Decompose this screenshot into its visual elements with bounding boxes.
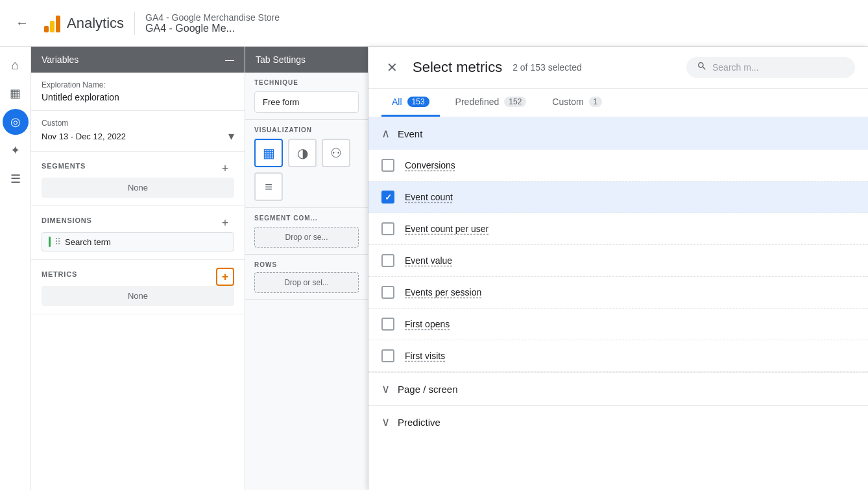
back-button[interactable]: ← bbox=[10, 12, 34, 35]
metric-row-first-opens[interactable]: First opens bbox=[368, 309, 868, 340]
overlay-header: ✕ Select metrics 2 of 153 selected bbox=[368, 47, 868, 89]
segments-label: SEGMENTS bbox=[42, 162, 86, 170]
event-count-checkbox[interactable]: ✓ bbox=[381, 191, 394, 204]
collapse-icon[interactable]: — bbox=[225, 54, 234, 65]
logo-icon bbox=[44, 14, 60, 32]
first-opens-checkbox[interactable] bbox=[381, 318, 394, 331]
left-sidebar: ⌂ ▦ ◎ ✦ ☰ bbox=[0, 47, 31, 490]
tab-settings-panel: Tab Settings TECHNIQUE Free form VISUALI… bbox=[245, 47, 368, 490]
app-header: ← Analytics GA4 - Google Merchandise Sto… bbox=[0, 0, 868, 47]
category-predictive-name: Predictive bbox=[398, 417, 440, 428]
tab-custom[interactable]: Custom 1 bbox=[542, 89, 612, 117]
metric-row-conversions[interactable]: Conversions bbox=[368, 150, 868, 181]
page-screen-chevron-down-icon: ∨ bbox=[381, 382, 390, 396]
variables-title: Variables bbox=[42, 54, 78, 65]
segments-value: None bbox=[42, 178, 234, 198]
events-per-session-checkbox[interactable] bbox=[381, 286, 394, 299]
table-vis-button[interactable]: ▦ bbox=[254, 139, 283, 167]
conversions-checkbox[interactable] bbox=[381, 159, 394, 172]
segment-comparison-section: SEGMENT COM... Drop or se... bbox=[245, 208, 368, 255]
donut-vis-button[interactable]: ◑ bbox=[288, 139, 317, 167]
metrics-value: None bbox=[42, 286, 234, 306]
tab-all-badge: 153 bbox=[407, 97, 429, 107]
main-content: Variables — Exploration Name: Untitled e… bbox=[31, 47, 868, 490]
tab-settings-title: Tab Settings bbox=[256, 54, 306, 65]
tab-predefined[interactable]: Predefined 152 bbox=[445, 89, 537, 117]
dimension-chip-search-term[interactable]: ⠿ Search term bbox=[42, 232, 234, 251]
logo-bar-2 bbox=[50, 21, 54, 32]
visualization-options: ▦ ◑ ⚇ ≡ bbox=[254, 139, 359, 201]
variables-panel: Variables — Exploration Name: Untitled e… bbox=[31, 47, 245, 490]
visualization-section: VISUALIZATION ▦ ◑ ⚇ ≡ bbox=[245, 120, 368, 208]
search-metrics-input[interactable] bbox=[712, 62, 845, 73]
dimensions-label: DIMENSIONS bbox=[42, 216, 92, 224]
segments-row: SEGMENTS + bbox=[42, 159, 234, 178]
overlay-count: 2 of 153 selected bbox=[512, 62, 582, 73]
drag-handle-icon: ⠿ bbox=[54, 237, 61, 247]
sidebar-item-advertising[interactable]: ✦ bbox=[3, 137, 29, 163]
metric-row-event-count[interactable]: ✓ Event count bbox=[368, 181, 868, 213]
metrics-tabs: All 153 Predefined 152 Custom 1 bbox=[368, 89, 868, 117]
metrics-section: METRICS + None bbox=[31, 260, 245, 314]
app-title: Analytics bbox=[67, 15, 124, 32]
event-count-per-user-checkbox[interactable] bbox=[381, 222, 394, 235]
rows-label: ROWS bbox=[254, 261, 359, 268]
event-value-label: Event value bbox=[405, 255, 452, 266]
rows-drop-zone[interactable]: Drop or sel... bbox=[254, 272, 359, 293]
segment-comparison-label: SEGMENT COM... bbox=[254, 215, 359, 222]
sidebar-item-explore[interactable]: ◎ bbox=[3, 109, 29, 135]
metrics-search-box[interactable] bbox=[686, 57, 855, 78]
technique-section: TECHNIQUE Free form bbox=[245, 73, 368, 120]
tab-predefined-label: Predefined bbox=[455, 97, 500, 107]
dimension-chip-label: Search term bbox=[65, 237, 111, 247]
property-label: GA4 - Google Merchandise Store bbox=[145, 12, 280, 23]
first-opens-label: First opens bbox=[405, 319, 450, 329]
event-chevron-up-icon: ∧ bbox=[381, 126, 390, 141]
overlay-title: Select metrics bbox=[413, 59, 502, 76]
exploration-name-label: Exploration Name: bbox=[42, 80, 234, 89]
sidebar-item-admin[interactable]: ☰ bbox=[3, 166, 29, 192]
metrics-row: METRICS + bbox=[42, 268, 234, 286]
scatter-vis-button[interactable]: ⚇ bbox=[322, 139, 350, 167]
rows-section: ROWS Drop or sel... bbox=[245, 255, 368, 300]
metric-row-events-per-session[interactable]: Events per session bbox=[368, 277, 868, 309]
green-bar-indicator bbox=[49, 237, 51, 247]
technique-dropdown[interactable]: Free form bbox=[254, 91, 359, 113]
close-overlay-button[interactable]: ✕ bbox=[381, 57, 402, 78]
header-divider bbox=[134, 12, 135, 35]
logo-area: Analytics bbox=[44, 14, 124, 32]
logo-bar-3 bbox=[56, 16, 60, 32]
category-predictive-header[interactable]: ∨ Predictive bbox=[368, 405, 868, 438]
tab-custom-label: Custom bbox=[552, 97, 583, 107]
sidebar-item-home[interactable]: ⌂ bbox=[3, 52, 29, 78]
add-segment-button[interactable]: + bbox=[216, 159, 234, 178]
exploration-name-value[interactable]: Untitled exploration bbox=[42, 92, 234, 102]
close-icon: ✕ bbox=[387, 60, 398, 75]
add-metrics-button[interactable]: + bbox=[216, 268, 234, 286]
technique-label: TECHNIQUE bbox=[254, 79, 359, 86]
first-visits-label: First visits bbox=[405, 351, 445, 361]
conversions-label: Conversions bbox=[405, 160, 455, 170]
date-range-value[interactable]: Nov 13 - Dec 12, 2022 ▾ bbox=[42, 129, 234, 143]
tab-all[interactable]: All 153 bbox=[381, 89, 440, 117]
dimensions-section: DIMENSIONS + ⠿ Search term bbox=[31, 206, 245, 260]
metric-row-first-visits[interactable]: First visits bbox=[368, 340, 868, 372]
sidebar-item-reports[interactable]: ▦ bbox=[3, 80, 29, 106]
event-value-checkbox[interactable] bbox=[381, 254, 394, 267]
category-event-name: Event bbox=[398, 128, 422, 139]
event-count-per-user-label: Event count per user bbox=[405, 224, 488, 234]
date-dropdown-icon[interactable]: ▾ bbox=[228, 129, 234, 143]
metric-row-event-value[interactable]: Event value bbox=[368, 245, 868, 277]
tab-settings-header: Tab Settings bbox=[245, 47, 368, 73]
event-count-label: Event count bbox=[405, 192, 453, 202]
bar-vis-button[interactable]: ≡ bbox=[254, 172, 283, 201]
category-event-header[interactable]: ∧ Event bbox=[368, 117, 868, 150]
dimensions-row: DIMENSIONS + bbox=[42, 214, 234, 232]
metric-row-event-count-per-user[interactable]: Event count per user bbox=[368, 213, 868, 245]
segment-drop-zone[interactable]: Drop or se... bbox=[254, 227, 359, 248]
search-icon bbox=[697, 61, 707, 74]
first-visits-checkbox[interactable] bbox=[381, 349, 394, 362]
check-icon: ✓ bbox=[385, 192, 392, 202]
category-page-screen-header[interactable]: ∨ Page / screen bbox=[368, 372, 868, 405]
add-dimension-button[interactable]: + bbox=[216, 214, 234, 232]
